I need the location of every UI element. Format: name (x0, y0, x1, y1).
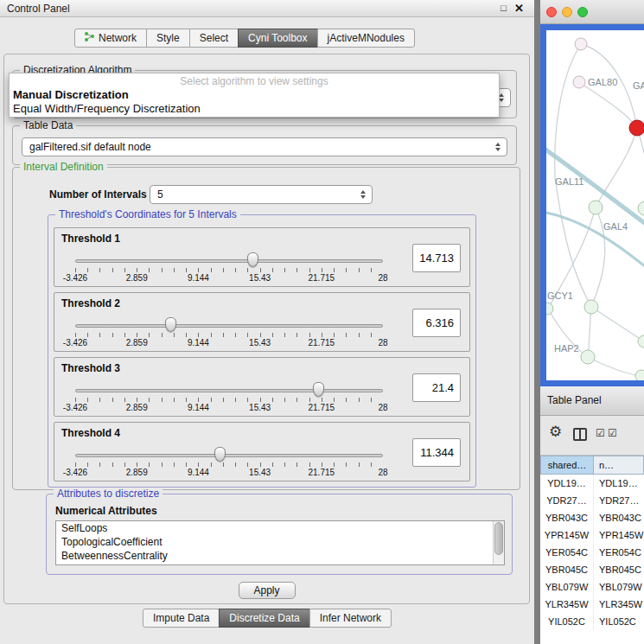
table-cell[interactable]: YBR043C (540, 509, 594, 526)
slider-thumb[interactable] (165, 317, 176, 332)
slider-thumb[interactable] (247, 252, 258, 267)
table-row[interactable]: YER054CYER054C (540, 544, 644, 561)
table-cell[interactable]: YER054C (594, 544, 644, 561)
mac-minimize-button[interactable] (562, 7, 572, 17)
numerical-attributes-label: Numerical Attributes (55, 505, 157, 517)
tab-discretize-data[interactable]: Discretize Data (219, 609, 309, 628)
mac-zoom-button[interactable] (577, 7, 588, 17)
tab-select[interactable]: Select (189, 29, 239, 48)
network-node[interactable] (573, 76, 585, 88)
slider-ticks (75, 462, 383, 467)
group-title: Table Data (20, 119, 76, 131)
tab-label: Select (200, 29, 228, 47)
network-node[interactable] (635, 370, 644, 380)
popup-option-manual-discretization[interactable]: Manual Discretization (10, 88, 499, 102)
combo-value: galFiltered.sif default node (29, 141, 151, 153)
control-panel-titlebar: Control Panel □ ✕ (0, 0, 534, 17)
table-cell[interactable]: YBL079W (594, 578, 644, 596)
slider-track[interactable] (75, 324, 383, 328)
network-node[interactable] (546, 303, 553, 315)
network-node[interactable] (589, 201, 603, 214)
threshold-value-field[interactable]: 11.344 (412, 438, 461, 467)
slider-track[interactable] (75, 389, 383, 392)
slider-track[interactable] (75, 454, 383, 457)
network-node[interactable] (581, 350, 595, 364)
table-row[interactable]: YIL052CYIL052C (540, 613, 644, 630)
window-title: Control Panel (7, 3, 70, 15)
slider-thumb[interactable] (313, 382, 324, 397)
close-icon[interactable]: ✕ (514, 2, 524, 15)
table-cell[interactable]: YPR145W (594, 526, 644, 544)
mac-close-button[interactable] (546, 7, 557, 17)
network-node[interactable] (638, 335, 644, 348)
table-row[interactable]: YPR145WYPR145W (540, 526, 644, 544)
scale-label: 9.144 (188, 338, 209, 348)
tab-cyni-toolbox[interactable]: Cyni Toolbox (238, 29, 317, 48)
table-row[interactable]: YBR043CYBR043C (540, 509, 644, 526)
columns-icon[interactable] (573, 428, 587, 441)
threshold-value-field[interactable]: 14.713 (412, 244, 461, 272)
column-header-shared-name[interactable]: shared… (540, 456, 594, 475)
attribute-list-item[interactable]: BetweennessCentrality (56, 549, 504, 563)
network-window-titlebar (540, 0, 644, 24)
column-header-name[interactable]: n… (594, 456, 644, 475)
table-cell[interactable]: YDR27… (594, 492, 644, 509)
number-of-intervals-combobox[interactable]: 5 (150, 185, 373, 204)
scale-label: -3.426 (63, 338, 87, 348)
table-cell[interactable]: YDL19… (540, 475, 594, 492)
threshold-value-field[interactable]: 6.316 (412, 309, 461, 337)
tab-style[interactable]: Style (146, 29, 190, 48)
tab-impute-data[interactable]: Impute Data (143, 609, 220, 628)
table-cell[interactable]: YLR345W (540, 596, 594, 613)
attribute-list-item[interactable]: SelfLoops (56, 521, 504, 535)
numerical-attributes-list[interactable]: SelfLoopsTopologicalCoefficientBetweenne… (55, 520, 505, 565)
threshold-value-field[interactable]: 21.4 (412, 373, 461, 402)
network-node[interactable] (584, 300, 598, 314)
network-canvas[interactable]: GAL80 GA GAL11 GAL4 GCY1 HAP2 (546, 30, 644, 380)
thresholds-coordinates-group: Threshold's Coordinates for 5 Intervals … (48, 214, 476, 488)
table-row[interactable]: YDR27…YDR27… (540, 492, 644, 509)
checkbox-icon[interactable]: ☑ (608, 428, 617, 438)
table-cell[interactable]: YPR145W (540, 526, 594, 544)
table-row[interactable]: YBL079WYBL079W (540, 578, 644, 596)
threshold-label: Threshold 1 (61, 233, 120, 245)
table-cell[interactable]: YLR345W (594, 596, 644, 613)
threshold-slider: -3.4262.8599.14415.4321.71528 (75, 314, 383, 350)
combo-arrows-icon (495, 143, 501, 151)
table-cell[interactable]: YER054C (540, 544, 594, 561)
slider-thumb[interactable] (214, 447, 226, 462)
list-scrollbar[interactable] (493, 521, 504, 564)
table-cell[interactable]: YBR043C (594, 509, 644, 526)
table-row[interactable]: YDL19…YDL19… (540, 475, 644, 492)
tab-jactivemnodules[interactable]: jActiveMNodules (317, 29, 415, 48)
table-cell[interactable]: YBR045C (540, 561, 594, 578)
table-panel-title: Table Panel (547, 394, 602, 406)
tab-network[interactable]: Network (74, 29, 147, 48)
checkbox-icon[interactable]: ☑ (596, 428, 605, 438)
network-node[interactable] (638, 201, 644, 215)
table-cell[interactable]: YBR045C (594, 561, 644, 578)
table-row[interactable]: YBR045CYBR045C (540, 561, 644, 578)
table-cell[interactable]: YIL052C (540, 613, 594, 630)
scale-label: 28 (378, 338, 387, 348)
attribute-list-item[interactable]: TopologicalCoefficient (56, 535, 504, 549)
top-tab-bar: Network Style Select Cyni Toolbox jActiv… (74, 29, 415, 48)
scrollbar-thumb[interactable] (494, 522, 503, 555)
gear-icon[interactable]: ⚙ (549, 424, 562, 439)
threshold-slider: -3.4262.8599.14415.4321.71528 (75, 249, 383, 285)
table-cell[interactable]: YDL19… (594, 475, 644, 492)
network-node[interactable] (575, 38, 587, 50)
tab-infer-network[interactable]: Infer Network (309, 609, 392, 628)
popup-option-equal-width-frequency[interactable]: Equal Width/Frequency Discretization (10, 102, 499, 116)
float-window-icon[interactable]: □ (501, 3, 507, 13)
table-panel-toolbar: ⚙ ☑ ☑ (540, 416, 644, 456)
scale-label: 9.144 (188, 468, 209, 477)
network-node-red[interactable] (629, 120, 644, 136)
table-cell[interactable]: YBL079W (540, 578, 594, 596)
apply-button[interactable]: Apply (239, 582, 296, 599)
table-cell[interactable]: YDR27… (540, 492, 594, 509)
slider-track[interactable] (75, 259, 383, 263)
table-data-combobox[interactable]: galFiltered.sif default node (22, 137, 507, 156)
table-cell[interactable]: YIL052C (594, 613, 644, 630)
table-row[interactable]: YLR345WYLR345W (540, 596, 644, 613)
